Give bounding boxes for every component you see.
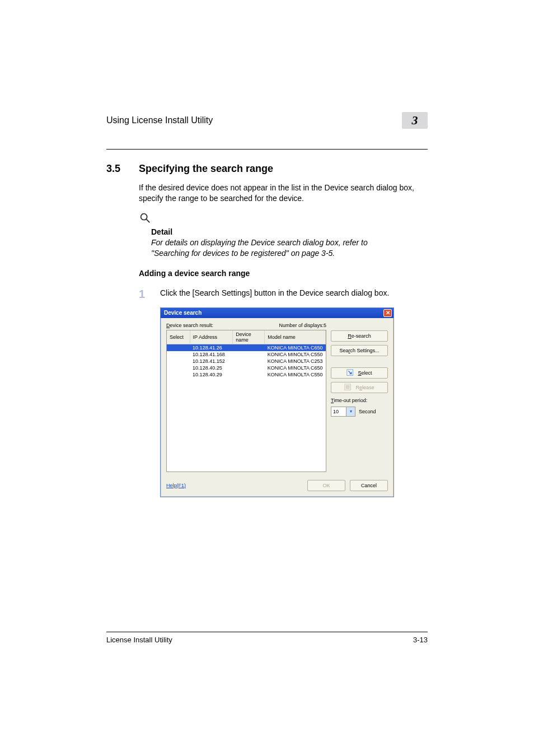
page: Using License Install Utility 3 3.5 Spec… [0, 0, 534, 756]
footer-product: License Install Utility [106, 636, 172, 644]
subheading: Adding a device search range [139, 269, 428, 278]
detail-text: For details on displaying the Device sea… [151, 237, 392, 259]
release-button: Release [331, 382, 388, 393]
step-number: 1 [139, 288, 150, 301]
select-button[interactable]: Select [331, 367, 388, 379]
ok-button: OK [307, 480, 345, 491]
col-model-name[interactable]: Model name [265, 330, 326, 344]
timeout-input[interactable] [331, 407, 346, 416]
section-title: Specifying the search range [139, 163, 273, 175]
col-device-name[interactable]: Device name [233, 330, 265, 344]
timeout-unit: Second [359, 409, 376, 414]
dialog-titlebar: Device search ✕ [161, 308, 394, 318]
table-header-row: Select IP Address Device name Model name [167, 330, 326, 344]
step-text: Click the [Search Settings] button in th… [160, 288, 389, 301]
step-1: 1 Click the [Search Settings] button in … [139, 288, 428, 301]
section-intro: If the desired device does not appear in… [139, 183, 428, 204]
running-header: Using License Install Utility 3 [106, 112, 428, 132]
svg-line-1 [146, 219, 149, 222]
detail-label: Detail [151, 227, 428, 236]
select-arrow-icon [346, 369, 354, 377]
chevron-down-icon[interactable]: ▾ [346, 407, 355, 416]
detail-block: Detail For details on displaying the Dev… [139, 227, 428, 259]
timeout-spinner[interactable]: ▾ [331, 407, 355, 417]
dialog-footer: Help(F1) OK Cancel [161, 477, 394, 497]
release-icon [344, 384, 352, 391]
close-icon[interactable]: ✕ [383, 309, 392, 317]
svg-rect-4 [346, 385, 350, 389]
device-search-result-label: Device search result: [166, 323, 213, 328]
device-table[interactable]: Select IP Address Device name Model name… [166, 330, 326, 472]
magnifier-icon [139, 212, 428, 226]
dialog-left-pane: Device search result: Number of displays… [166, 323, 326, 472]
result-header: Device search result: Number of displays… [166, 323, 326, 328]
dialog-body: Device search result: Number of displays… [161, 318, 394, 477]
section-number: 3.5 [106, 163, 129, 175]
timeout-block: Time-out period: ▾ Second [331, 398, 388, 417]
svg-point-0 [141, 213, 147, 220]
footer-page-number: 3-13 [413, 636, 428, 644]
chapter-badge: 3 [402, 112, 428, 129]
table-row[interactable]: 10.128.41.168KONICA MINOLTA C550 [167, 351, 326, 358]
col-select[interactable]: Select [167, 330, 190, 344]
help-link[interactable]: Help(F1) [166, 483, 186, 488]
section-heading: 3.5 Specifying the search range [106, 163, 428, 175]
number-of-displays: Number of displays:5 [279, 323, 326, 328]
dialog-title: Device search [164, 310, 202, 316]
running-head-text: Using License Install Utility [106, 115, 213, 125]
search-settings-button[interactable]: Search Settings... [331, 345, 388, 356]
table-row[interactable]: 10.128.41.152KONICA MINOLTA C253 [167, 358, 326, 365]
table-row[interactable]: 10.128.41.26KONICA MINOLTA C650 [167, 344, 326, 351]
col-ip[interactable]: IP Address [190, 330, 233, 344]
dialog-right-pane: Re-search Search Settings... Select Rele… [331, 323, 388, 472]
cancel-button[interactable]: Cancel [350, 480, 388, 491]
table-row[interactable]: 10.128.40.25KONICA MINOLTA C650 [167, 365, 326, 371]
research-button[interactable]: Re-search [331, 330, 388, 342]
table-row[interactable]: 10.128.40.29KONICA MINOLTA C550 [167, 371, 326, 378]
device-search-dialog: Device search ✕ Device search result: Nu… [160, 307, 394, 497]
page-footer: License Install Utility 3-13 [106, 632, 428, 644]
timeout-label: Time-out period: [331, 398, 367, 403]
